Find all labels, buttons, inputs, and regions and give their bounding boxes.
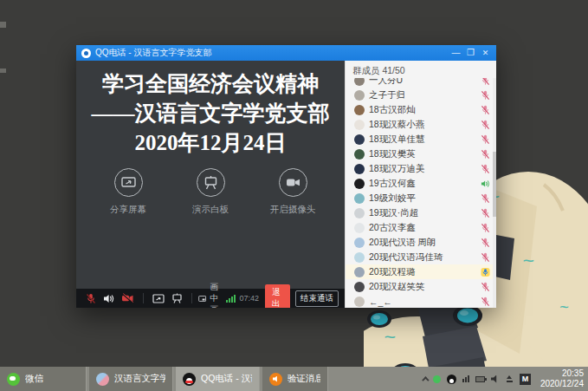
tray-battery-icon[interactable] bbox=[475, 376, 485, 382]
taskbar: 微信 汉语言文字学党... QQ电话 - 汉语言... 验证消息 M 20:35… bbox=[0, 367, 588, 391]
clock-time: 20:35 bbox=[540, 368, 584, 379]
member-avatar bbox=[354, 223, 365, 233]
scrollbar-thumb[interactable] bbox=[493, 152, 496, 217]
member-name: 之子于归 bbox=[369, 89, 476, 101]
member-name: 20现汉赵笑笑 bbox=[369, 281, 476, 293]
exit-button[interactable]: 退出 bbox=[265, 284, 290, 308]
wallpaper-squiggle: ~ bbox=[559, 302, 569, 314]
member-name: 18现汉蔡小燕 bbox=[369, 119, 476, 131]
member-row[interactable]: 19现汉·尚超 bbox=[346, 205, 496, 220]
toolbar-whiteboard-button[interactable] bbox=[171, 293, 183, 303]
taskbar-item-label: QQ电话 - 汉语言... bbox=[201, 373, 252, 385]
member-mic-muted-icon bbox=[481, 120, 490, 130]
member-name: 18古汉邵灿 bbox=[369, 104, 476, 116]
member-list-scrollbar[interactable] bbox=[493, 78, 496, 308]
member-mic-muted-icon bbox=[481, 105, 490, 115]
member-avatar bbox=[354, 105, 365, 115]
minimize-button[interactable]: — bbox=[449, 47, 463, 59]
member-name: 19古汉何鑫 bbox=[369, 178, 476, 190]
system-tray: M bbox=[422, 367, 531, 391]
verify-message-icon bbox=[269, 373, 282, 386]
window-title: QQ电话 - 汉语言文字学党支部 bbox=[95, 47, 449, 59]
taskbar-item-label: 汉语言文字学党... bbox=[114, 373, 165, 385]
taskbar-item-label: 微信 bbox=[25, 373, 43, 385]
group-avatar-icon bbox=[96, 373, 109, 386]
slide-line-2: ——汉语言文字学党支部 bbox=[76, 99, 345, 128]
taskbar-item-wechat[interactable]: 微信 bbox=[0, 367, 87, 391]
member-name: 18现汉万迪美 bbox=[369, 163, 476, 175]
end-call-button[interactable]: 结束通话 bbox=[295, 290, 339, 307]
member-avatar bbox=[354, 282, 365, 292]
share-screen-label: 分享屏幕 bbox=[100, 204, 156, 216]
picture-in-picture-button[interactable]: 画中画 bbox=[198, 282, 226, 309]
member-row[interactable]: ←_← bbox=[346, 294, 496, 308]
taskbar-clock[interactable]: 20:35 2020/12/24 bbox=[540, 368, 584, 389]
tray-input-method-icon[interactable]: M bbox=[520, 374, 531, 385]
member-list: 一人分U bbox=[346, 73, 496, 308]
member-mic-muted-icon bbox=[481, 238, 490, 248]
close-button[interactable]: ✕ bbox=[478, 47, 493, 59]
wechat-icon bbox=[7, 373, 20, 386]
member-mic-muted-icon bbox=[481, 252, 490, 263]
member-name: 20现代汉语冯佳琦 bbox=[369, 251, 476, 264]
member-row[interactable]: 20现汉赵笑笑 bbox=[346, 279, 496, 294]
member-avatar bbox=[354, 252, 365, 263]
share-screen-button[interactable]: 分享屏幕 bbox=[100, 168, 156, 216]
member-mic-muted-icon bbox=[481, 297, 490, 307]
member-panel: 群成员 41/50 一人分U bbox=[345, 61, 496, 308]
member-avatar bbox=[354, 179, 365, 189]
member-row[interactable]: 20现代汉语冯佳琦 bbox=[346, 250, 496, 264]
member-avatar bbox=[354, 149, 365, 160]
member-name: 18现汉单佳慧 bbox=[369, 134, 476, 146]
member-row[interactable]: 19级刘姣平 bbox=[346, 191, 496, 205]
member-row[interactable]: 19古汉何鑫 bbox=[346, 176, 496, 191]
member-mic-muted-icon bbox=[481, 193, 490, 204]
taskbar-item-verify-message[interactable]: 验证消息 bbox=[262, 367, 328, 391]
wallpaper-squiggle: ~ bbox=[384, 329, 396, 344]
maximize-button[interactable]: ❐ bbox=[463, 47, 478, 59]
member-row[interactable]: 18现汉万迪美 bbox=[346, 161, 496, 176]
tray-volume-icon[interactable] bbox=[491, 375, 500, 383]
open-camera-button[interactable]: 开启摄像头 bbox=[265, 168, 320, 216]
window-titlebar[interactable]: QQ电话 - 汉语言文字学党支部 — ❐ ✕ bbox=[76, 45, 496, 61]
member-avatar bbox=[354, 208, 365, 218]
toolbar-share-screen-button[interactable] bbox=[152, 294, 165, 303]
member-row[interactable]: 18古汉邵灿 bbox=[346, 102, 496, 117]
tray-expand-icon[interactable] bbox=[422, 376, 429, 383]
member-mic-muted-icon bbox=[481, 208, 490, 218]
member-name: 20现代汉语 周朗 bbox=[369, 237, 476, 249]
camera-off-button[interactable] bbox=[121, 293, 134, 303]
toolbar-share-screen-icon bbox=[152, 294, 165, 303]
member-name: 19现汉·尚超 bbox=[369, 207, 476, 219]
tray-wechat-icon[interactable] bbox=[433, 375, 441, 383]
member-row[interactable]: 18现汉樊英 bbox=[346, 147, 496, 161]
qq-call-app-icon bbox=[81, 49, 91, 58]
member-mic-muted-icon bbox=[481, 164, 490, 174]
share-screen-icon bbox=[120, 175, 137, 190]
member-row[interactable]: 之子于归 bbox=[346, 88, 496, 102]
desktop-icon-fragment bbox=[0, 68, 6, 73]
member-row[interactable]: 20现汉程璐 bbox=[346, 264, 496, 279]
network-signal-icon bbox=[226, 295, 236, 303]
taskbar-item-group-chat[interactable]: 汉语言文字学党... bbox=[89, 367, 173, 391]
member-avatar bbox=[354, 193, 365, 204]
slide-line-3: 2020年12月24日 bbox=[76, 128, 345, 158]
tray-eject-icon[interactable] bbox=[506, 375, 514, 382]
member-avatar bbox=[354, 238, 365, 248]
camera-icon bbox=[285, 176, 301, 189]
member-row[interactable]: 20古汉李鑫 bbox=[346, 220, 496, 235]
paw-pad bbox=[367, 310, 391, 328]
member-row[interactable]: 18现汉蔡小燕 bbox=[346, 117, 496, 132]
mic-muted-button[interactable] bbox=[86, 293, 96, 304]
toolbar-whiteboard-icon bbox=[171, 293, 183, 303]
tray-qq-icon[interactable] bbox=[447, 375, 456, 384]
tray-network-icon[interactable] bbox=[462, 375, 469, 382]
member-self-mic-icon bbox=[481, 267, 490, 277]
member-name: 18现汉樊英 bbox=[369, 148, 476, 160]
speaker-button[interactable] bbox=[103, 294, 114, 303]
taskbar-item-qq-call[interactable]: QQ电话 - 汉语言... bbox=[176, 367, 260, 391]
member-row[interactable]: 18现汉单佳慧 bbox=[346, 132, 496, 147]
member-row[interactable]: 20现代汉语 周朗 bbox=[346, 235, 496, 250]
whiteboard-button[interactable]: 演示白板 bbox=[183, 168, 238, 216]
member-mic-muted-icon bbox=[481, 134, 490, 145]
